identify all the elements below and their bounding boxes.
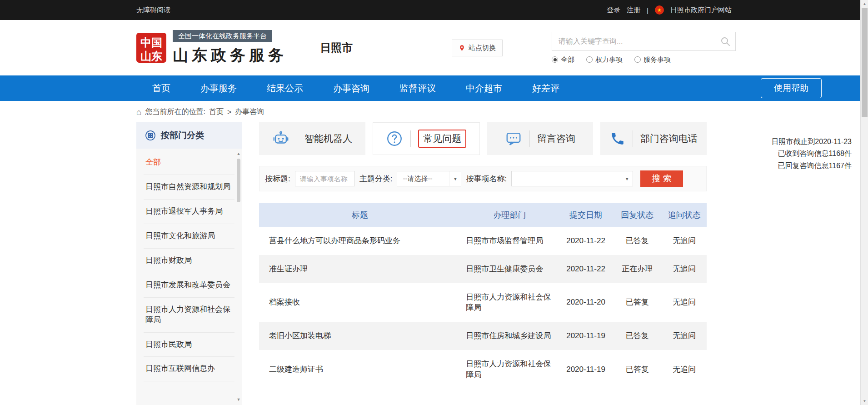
- page-scroll-thumb[interactable]: [862, 8, 868, 117]
- nav-item-supervision[interactable]: 监督评议: [384, 75, 451, 101]
- nav-item-home[interactable]: 首页: [137, 75, 185, 101]
- sidebar-scroll-thumb[interactable]: [237, 159, 240, 202]
- sidebar-title: 按部门分类: [161, 130, 204, 141]
- filter-title-label: 按标题:: [265, 174, 290, 184]
- stats-line-deadline: 日照市截止到2020-11-23: [771, 136, 852, 148]
- sidebar-list: 全部 日照市自然资源和规划局 日照市退役军人事务局 日照市文化和旅游局 日照市财…: [136, 149, 242, 386]
- nav-item-results[interactable]: 结果公示: [252, 75, 318, 101]
- table-row[interactable]: 老旧小区加装电梯 日照市住房和城乡建设局 2020-11-19 已答复 无追问: [259, 322, 707, 350]
- topbar: 无障碍阅读 登录 注册 | ★ 日照市政府门户网站: [0, 0, 868, 20]
- sidebar-item-culture-tourism[interactable]: 日照市文化和旅游局: [144, 224, 234, 249]
- table-row[interactable]: 莒县什么地方可以办理商品条形码业务 日照市市场监督管理局 2020-11-22 …: [259, 227, 707, 255]
- category-select[interactable]: --请选择-- ▼: [397, 171, 461, 186]
- page-scrollbar[interactable]: ▲ ▼: [860, 0, 868, 405]
- tab-smart-robot[interactable]: 智能机器人: [259, 122, 365, 155]
- scroll-up-icon[interactable]: ▲: [236, 151, 241, 156]
- col-header-department: 办理部门: [460, 203, 559, 227]
- tab-phone-consult[interactable]: 部门咨询电话: [600, 122, 707, 155]
- cell-department: 日照市人力资源和社会保障局: [460, 350, 559, 389]
- cell-department: 日照市人力资源和社会保障局: [460, 283, 559, 322]
- tab-message-consult[interactable]: 留言咨询: [487, 122, 594, 155]
- nav-item-services[interactable]: 办事服务: [185, 75, 252, 101]
- table-row[interactable]: 二级建造师证书 日照市人力资源和社会保障局 2020-11-19 已答复 无追问: [259, 350, 707, 389]
- shandong-seal-icon: 中国山东: [136, 33, 166, 63]
- brand-title: 山东政务服务: [173, 45, 287, 66]
- scrollbar-down-icon[interactable]: ▼: [861, 397, 868, 405]
- cell-title[interactable]: 档案接收: [259, 283, 460, 322]
- cell-title[interactable]: 二级建造师证书: [259, 350, 460, 389]
- tab-divider: [410, 130, 411, 147]
- content: 按部门分类 全部 日照市自然资源和规划局 日照市退役军人事务局 日照市文化和旅游…: [0, 122, 868, 405]
- sidebar-item-veterans[interactable]: 日照市退役军人事务局: [144, 200, 234, 224]
- cell-department: 日照市卫生健康委员会: [460, 255, 559, 283]
- title-filter-input[interactable]: [295, 171, 355, 186]
- sidebar-scrollbar[interactable]: ▲ ▼: [236, 151, 241, 402]
- nav-item-agency[interactable]: 中介超市: [451, 75, 517, 101]
- nav-item-rating[interactable]: 好差评: [517, 75, 574, 101]
- logo[interactable]: 中国山东 全国一体化在线政务服务平台 山东政务服务: [136, 30, 287, 66]
- stats-line-received: 已收到咨询信息1168件: [771, 148, 852, 160]
- topbar-right: 登录 注册 | ★ 日照市政府门户网站: [607, 5, 732, 15]
- tab-faq[interactable]: 常见问题: [373, 122, 480, 155]
- radio-power-items[interactable]: 权力事项: [586, 55, 623, 64]
- tab-message-consult-label: 留言咨询: [537, 132, 575, 145]
- table-row[interactable]: 档案接收 日照市人力资源和社会保障局 2020-11-20 已答复 无追问: [259, 283, 707, 322]
- sidebar-item-development-reform[interactable]: 日照市发展和改革委员会: [144, 273, 234, 298]
- filter-bar: 按标题: 主题分类: --请选择-- ▼ 按事项名称: ▼ 搜 索: [259, 166, 707, 191]
- cell-title[interactable]: 老旧小区加装电梯: [259, 322, 460, 350]
- table-header-row: 标题 办理部门 提交日期 回复状态 追问状态: [259, 203, 707, 227]
- main-panel: 智能机器人 常见问题 留言咨询 部门咨询电话 按标题: 主题分类:: [259, 122, 707, 389]
- stats-line-replied: 已回复咨询信息1167件: [771, 160, 852, 172]
- platform-badge: 全国一体化在线政务服务平台: [173, 30, 272, 42]
- radio-icon: [634, 56, 641, 63]
- item-name-select[interactable]: ▼: [511, 171, 633, 186]
- national-emblem-icon: ★: [655, 5, 664, 15]
- sidebar-item-human-resources[interactable]: 日照市人力资源和社会保障局: [144, 298, 234, 333]
- scroll-down-icon[interactable]: ▼: [236, 397, 241, 402]
- department-category-icon: [145, 130, 156, 141]
- col-header-title: 标题: [259, 203, 460, 227]
- portal-link[interactable]: 日照市政府门户网站: [670, 6, 732, 15]
- topbar-divider: |: [647, 6, 649, 14]
- home-icon: ⌂: [136, 108, 141, 116]
- sidebar-item-finance[interactable]: 日照市财政局: [144, 249, 234, 273]
- filter-search-button[interactable]: 搜 索: [640, 170, 683, 187]
- filter-item-label: 按事项名称:: [466, 174, 507, 184]
- help-button[interactable]: 使用帮助: [761, 78, 822, 98]
- radio-service-items[interactable]: 服务事项: [634, 55, 671, 64]
- cell-reply-status: 已答复: [613, 283, 662, 322]
- tab-divider: [529, 130, 530, 147]
- search-input[interactable]: [559, 37, 720, 45]
- cell-date: 2020-11-22: [559, 255, 613, 283]
- tab-faq-label: 常见问题: [418, 130, 466, 148]
- question-icon: [386, 130, 403, 147]
- nav-item-consult[interactable]: 办事咨询: [318, 75, 384, 101]
- register-link[interactable]: 注册: [627, 6, 640, 15]
- sidebar-item-natural-resources[interactable]: 日照市自然资源和规划局: [144, 175, 234, 200]
- table-row[interactable]: 准生证办理 日照市卫生健康委员会 2020-11-22 正在办理 无追问: [259, 255, 707, 283]
- login-link[interactable]: 登录: [607, 6, 620, 15]
- sidebar-item-all[interactable]: 全部: [144, 150, 234, 175]
- cell-department: 日照市住房和城乡建设局: [460, 322, 559, 350]
- site-header: 中国山东 全国一体化在线政务服务平台 山东政务服务 日照市 站点切换 全部 权力…: [0, 20, 868, 75]
- scrollbar-up-icon[interactable]: ▲: [861, 0, 868, 8]
- tab-smart-robot-label: 智能机器人: [304, 132, 352, 145]
- search-icon[interactable]: [720, 36, 731, 47]
- radio-all[interactable]: 全部: [552, 55, 574, 64]
- cell-date: 2020-11-22: [559, 227, 613, 255]
- cell-reply-status: 正在办理: [613, 255, 662, 283]
- breadcrumb-home-link[interactable]: 首页: [209, 107, 224, 117]
- consult-tabs: 智能机器人 常见问题 留言咨询 部门咨询电话: [259, 122, 707, 155]
- cell-title[interactable]: 准生证办理: [259, 255, 460, 283]
- message-icon: [505, 130, 522, 147]
- sidebar-item-internet-info[interactable]: 日照市互联网信息办: [144, 357, 234, 381]
- search-area: 全部 权力事项 服务事项: [552, 32, 736, 64]
- site-switch-button[interactable]: 站点切换: [452, 40, 503, 56]
- cell-date: 2020-11-19: [559, 350, 613, 389]
- radio-all-label: 全部: [561, 55, 574, 64]
- accessibility-link[interactable]: 无障碍阅读: [136, 6, 170, 15]
- radio-icon: [552, 56, 558, 63]
- sidebar-item-civil-affairs[interactable]: 日照市民政局: [144, 333, 234, 357]
- cell-title[interactable]: 莒县什么地方可以办理商品条形码业务: [259, 227, 460, 255]
- radio-icon: [586, 56, 593, 63]
